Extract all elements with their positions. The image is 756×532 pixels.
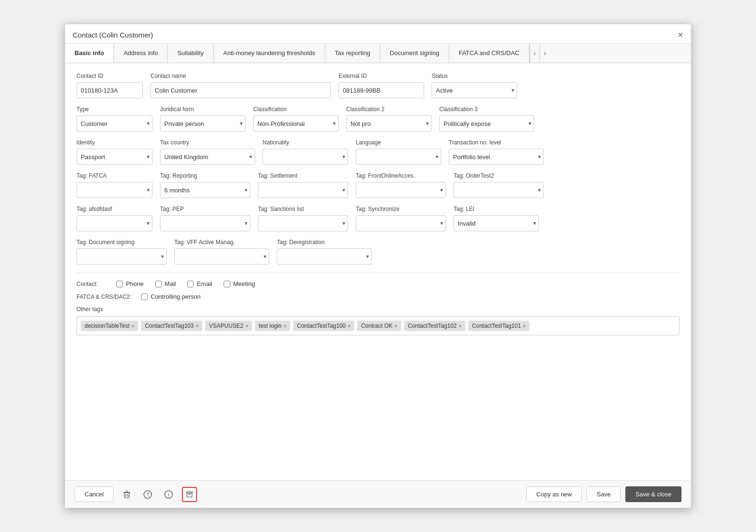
tag-afsdf-select-wrap: ▾ bbox=[76, 215, 152, 231]
tag-reporting-select-wrap: 6 months 12 months 3 months ▾ bbox=[160, 182, 250, 198]
tag-remove-button[interactable]: × bbox=[245, 323, 248, 329]
contact-modal: Contact (Colin Customer) × Basic info Ad… bbox=[65, 24, 691, 508]
delete-button[interactable] bbox=[119, 487, 134, 502]
tag-remove-button[interactable]: × bbox=[459, 323, 462, 329]
tag-reporting-label: Tag: Reporting bbox=[160, 172, 250, 179]
tag-ordertest2-select[interactable] bbox=[454, 182, 544, 198]
copy-as-new-button[interactable]: Copy as new bbox=[526, 486, 582, 502]
list-item: test login× bbox=[255, 321, 290, 331]
modal-footer: Cancel ? i bbox=[65, 480, 691, 508]
transaction-select[interactable]: Portfolio level Account level Order leve… bbox=[449, 149, 544, 165]
tag-dereg-label: Tag: Deregistration bbox=[277, 239, 372, 246]
contact-section-label: Contact: bbox=[76, 281, 105, 287]
identity-select-wrap: Passport ID Card Driver License ▾ bbox=[76, 149, 152, 165]
tab-tax-reporting[interactable]: Tax reporting bbox=[325, 44, 380, 63]
tab-suitability[interactable]: Suitability bbox=[168, 44, 214, 63]
save-close-button[interactable]: Save & close bbox=[625, 486, 681, 502]
info-button[interactable]: i bbox=[161, 487, 176, 502]
tag-pep-select-wrap: ▾ bbox=[160, 215, 250, 231]
tab-bar: Basic info Address info Suitability Anti… bbox=[65, 44, 691, 63]
tag-lei-select[interactable]: Invalid Valid bbox=[454, 215, 539, 231]
close-button[interactable]: × bbox=[678, 30, 683, 39]
group-tax-country: Tax country United Kingdom Germany Franc… bbox=[160, 139, 255, 165]
contact-id-input[interactable] bbox=[76, 82, 143, 98]
group-nationality: Nationality British German ▾ bbox=[263, 139, 348, 165]
juridical-select[interactable]: Private person Company Foundation bbox=[160, 115, 246, 132]
tab-address-info[interactable]: Address info bbox=[114, 44, 168, 63]
language-select[interactable]: English German bbox=[356, 149, 441, 165]
tags-container[interactable]: decisionTableTest×ContactTestTag103×VSAP… bbox=[76, 316, 680, 335]
tag-synchronize-label: Tag: Synchronize bbox=[356, 206, 446, 212]
save-button[interactable]: Save bbox=[586, 486, 621, 502]
tag-remove-button[interactable]: × bbox=[284, 323, 286, 329]
row-contact-basic: Contact ID Contact name External ID Stat… bbox=[76, 73, 680, 98]
tag-remove-button[interactable]: × bbox=[523, 323, 526, 329]
mail-checkbox[interactable] bbox=[155, 281, 162, 287]
row-tags-1: Tag: FATCA ▾ Tag: Reporting 6 months 12 … bbox=[76, 172, 680, 198]
tab-basic-info[interactable]: Basic info bbox=[65, 44, 114, 63]
phone-checkbox[interactable] bbox=[116, 281, 123, 287]
mail-checkbox-group[interactable]: Mail bbox=[155, 280, 176, 287]
tag-reporting-select[interactable]: 6 months 12 months 3 months bbox=[160, 182, 250, 198]
identity-label: Identity bbox=[76, 139, 152, 146]
classification2-select[interactable]: Not pro Professional bbox=[346, 115, 432, 132]
tag-synchronize-select[interactable] bbox=[356, 215, 446, 231]
controlling-person-checkbox-group[interactable]: Controlling person bbox=[141, 293, 201, 300]
tag-remove-button[interactable]: × bbox=[132, 323, 134, 329]
tag-remove-button[interactable]: × bbox=[196, 323, 198, 329]
nationality-select[interactable]: British German bbox=[263, 149, 348, 165]
tag-fatca-select[interactable] bbox=[76, 182, 152, 198]
row-type-classification: Type Customer Prospect Company ▾ Juridic… bbox=[76, 106, 680, 132]
tag-remove-button[interactable]: × bbox=[348, 323, 350, 329]
identity-select[interactable]: Passport ID Card Driver License bbox=[76, 149, 152, 165]
tag-sanctions-select[interactable] bbox=[258, 215, 348, 231]
list-item: VSAPUUSE2× bbox=[205, 321, 252, 331]
tab-next-button[interactable]: › bbox=[539, 44, 550, 63]
nationality-label: Nationality bbox=[263, 139, 348, 146]
group-tag-sanctions: Tag: Sanctions list ▾ bbox=[258, 206, 348, 231]
tag-dereg-select[interactable] bbox=[277, 248, 372, 265]
tab-fatca-crs[interactable]: FATCA and CRS/DAC bbox=[449, 44, 529, 63]
email-checkbox[interactable] bbox=[187, 281, 194, 287]
tag-ordertest2-label: Tag: OrderTest2 bbox=[454, 172, 544, 179]
list-item: ContactTestTag102× bbox=[404, 321, 465, 331]
tag-frontaccess-select[interactable] bbox=[356, 182, 446, 198]
tag-pep-select[interactable] bbox=[160, 215, 250, 231]
tag-vff-select[interactable] bbox=[174, 248, 269, 265]
tab-prev-button[interactable]: ‹ bbox=[529, 44, 540, 63]
contact-checkboxes-row: Contact: Phone Mail Email Meeting bbox=[76, 280, 680, 287]
type-select[interactable]: Customer Prospect Company bbox=[76, 115, 152, 132]
tag-settlement-select[interactable] bbox=[258, 182, 348, 198]
transaction-label: Transaction no. level bbox=[449, 139, 544, 146]
classification2-label: Classification 2 bbox=[346, 106, 432, 113]
meeting-checkbox-group[interactable]: Meeting bbox=[224, 280, 255, 287]
tag-input[interactable] bbox=[532, 323, 612, 330]
classification3-select[interactable]: Politically expose None bbox=[439, 115, 534, 132]
help-button[interactable]: ? bbox=[140, 487, 155, 502]
classification-select[interactable]: Non-Professional Professional Eligible bbox=[253, 115, 339, 132]
tag-remove-button[interactable]: × bbox=[394, 323, 397, 329]
controlling-person-checkbox[interactable] bbox=[141, 294, 148, 300]
meeting-checkbox[interactable] bbox=[224, 281, 230, 287]
tag-docsigning-select[interactable] bbox=[76, 248, 167, 265]
footer-right: Copy as new Save Save & close bbox=[526, 486, 681, 502]
info-icon: i bbox=[164, 490, 173, 499]
email-checkbox-group[interactable]: Email bbox=[187, 280, 212, 287]
group-tag-afsdf: Tag: afsdfdasf ▾ bbox=[76, 206, 152, 231]
language-label: Language bbox=[356, 139, 441, 146]
svg-rect-1 bbox=[126, 491, 128, 492]
classification3-select-wrap: Politically expose None ▾ bbox=[439, 115, 534, 132]
status-select[interactable]: Active Inactive Prospect bbox=[432, 82, 517, 98]
tab-document-signing[interactable]: Document signing bbox=[380, 44, 449, 63]
tag-sanctions-label: Tag: Sanctions list bbox=[258, 206, 348, 212]
cancel-button[interactable]: Cancel bbox=[75, 486, 113, 502]
external-id-input[interactable] bbox=[339, 82, 424, 98]
tag-afsdf-select[interactable] bbox=[76, 215, 152, 231]
tax-country-select[interactable]: United Kingdom Germany France Switzerlan… bbox=[160, 149, 255, 165]
tag-fatca-select-wrap: ▾ bbox=[76, 182, 152, 198]
phone-checkbox-group[interactable]: Phone bbox=[116, 280, 144, 287]
contact-name-input[interactable] bbox=[151, 82, 331, 98]
tab-aml[interactable]: Anti-money laundering thresholds bbox=[214, 44, 325, 63]
archive-button[interactable] bbox=[182, 487, 197, 502]
nationality-select-wrap: British German ▾ bbox=[263, 149, 348, 165]
